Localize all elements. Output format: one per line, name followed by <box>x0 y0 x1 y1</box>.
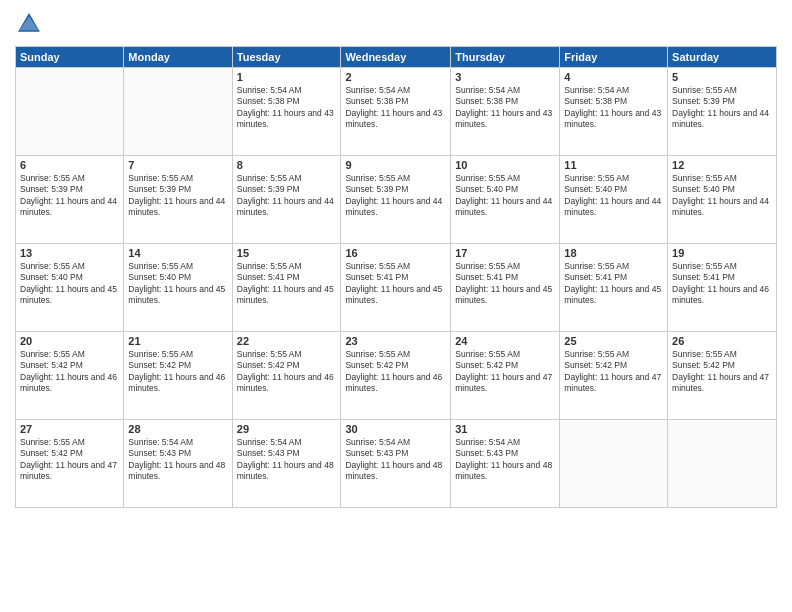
day-number: 5 <box>672 71 772 83</box>
day-number: 20 <box>20 335 119 347</box>
calendar-cell: 10Sunrise: 5:55 AM Sunset: 5:40 PM Dayli… <box>451 156 560 244</box>
day-number: 25 <box>564 335 663 347</box>
day-number: 21 <box>128 335 227 347</box>
calendar-cell: 4Sunrise: 5:54 AM Sunset: 5:38 PM Daylig… <box>560 68 668 156</box>
day-info: Sunrise: 5:55 AM Sunset: 5:42 PM Dayligh… <box>672 349 772 395</box>
calendar-cell <box>668 420 777 508</box>
calendar-cell: 8Sunrise: 5:55 AM Sunset: 5:39 PM Daylig… <box>232 156 341 244</box>
calendar-cell: 16Sunrise: 5:55 AM Sunset: 5:41 PM Dayli… <box>341 244 451 332</box>
calendar-cell: 6Sunrise: 5:55 AM Sunset: 5:39 PM Daylig… <box>16 156 124 244</box>
calendar-cell: 13Sunrise: 5:55 AM Sunset: 5:40 PM Dayli… <box>16 244 124 332</box>
day-number: 1 <box>237 71 337 83</box>
header <box>15 10 777 38</box>
day-info: Sunrise: 5:55 AM Sunset: 5:40 PM Dayligh… <box>564 173 663 219</box>
calendar-cell: 31Sunrise: 5:54 AM Sunset: 5:43 PM Dayli… <box>451 420 560 508</box>
day-info: Sunrise: 5:55 AM Sunset: 5:40 PM Dayligh… <box>20 261 119 307</box>
day-number: 14 <box>128 247 227 259</box>
calendar-cell: 5Sunrise: 5:55 AM Sunset: 5:39 PM Daylig… <box>668 68 777 156</box>
calendar-cell: 9Sunrise: 5:55 AM Sunset: 5:39 PM Daylig… <box>341 156 451 244</box>
day-number: 3 <box>455 71 555 83</box>
calendar-cell: 30Sunrise: 5:54 AM Sunset: 5:43 PM Dayli… <box>341 420 451 508</box>
day-info: Sunrise: 5:55 AM Sunset: 5:39 PM Dayligh… <box>128 173 227 219</box>
day-info: Sunrise: 5:55 AM Sunset: 5:40 PM Dayligh… <box>128 261 227 307</box>
calendar-cell: 11Sunrise: 5:55 AM Sunset: 5:40 PM Dayli… <box>560 156 668 244</box>
calendar-cell: 17Sunrise: 5:55 AM Sunset: 5:41 PM Dayli… <box>451 244 560 332</box>
day-number: 23 <box>345 335 446 347</box>
day-number: 6 <box>20 159 119 171</box>
day-info: Sunrise: 5:55 AM Sunset: 5:41 PM Dayligh… <box>345 261 446 307</box>
calendar-header-thursday: Thursday <box>451 47 560 68</box>
day-number: 9 <box>345 159 446 171</box>
calendar-cell: 7Sunrise: 5:55 AM Sunset: 5:39 PM Daylig… <box>124 156 232 244</box>
day-number: 17 <box>455 247 555 259</box>
calendar-cell: 23Sunrise: 5:55 AM Sunset: 5:42 PM Dayli… <box>341 332 451 420</box>
day-info: Sunrise: 5:55 AM Sunset: 5:42 PM Dayligh… <box>237 349 337 395</box>
calendar-week-1: 6Sunrise: 5:55 AM Sunset: 5:39 PM Daylig… <box>16 156 777 244</box>
calendar-week-2: 13Sunrise: 5:55 AM Sunset: 5:40 PM Dayli… <box>16 244 777 332</box>
calendar-cell: 19Sunrise: 5:55 AM Sunset: 5:41 PM Dayli… <box>668 244 777 332</box>
calendar-cell: 1Sunrise: 5:54 AM Sunset: 5:38 PM Daylig… <box>232 68 341 156</box>
day-info: Sunrise: 5:55 AM Sunset: 5:39 PM Dayligh… <box>345 173 446 219</box>
calendar-week-3: 20Sunrise: 5:55 AM Sunset: 5:42 PM Dayli… <box>16 332 777 420</box>
day-info: Sunrise: 5:55 AM Sunset: 5:40 PM Dayligh… <box>672 173 772 219</box>
day-number: 31 <box>455 423 555 435</box>
day-number: 24 <box>455 335 555 347</box>
day-info: Sunrise: 5:55 AM Sunset: 5:42 PM Dayligh… <box>20 349 119 395</box>
calendar-cell: 24Sunrise: 5:55 AM Sunset: 5:42 PM Dayli… <box>451 332 560 420</box>
calendar-cell: 26Sunrise: 5:55 AM Sunset: 5:42 PM Dayli… <box>668 332 777 420</box>
day-info: Sunrise: 5:55 AM Sunset: 5:42 PM Dayligh… <box>345 349 446 395</box>
day-info: Sunrise: 5:55 AM Sunset: 5:41 PM Dayligh… <box>455 261 555 307</box>
day-number: 27 <box>20 423 119 435</box>
logo <box>15 10 47 38</box>
day-number: 26 <box>672 335 772 347</box>
day-info: Sunrise: 5:55 AM Sunset: 5:39 PM Dayligh… <box>672 85 772 131</box>
day-info: Sunrise: 5:54 AM Sunset: 5:43 PM Dayligh… <box>237 437 337 483</box>
calendar-cell: 18Sunrise: 5:55 AM Sunset: 5:41 PM Dayli… <box>560 244 668 332</box>
day-number: 19 <box>672 247 772 259</box>
day-number: 13 <box>20 247 119 259</box>
calendar-cell <box>16 68 124 156</box>
day-info: Sunrise: 5:55 AM Sunset: 5:42 PM Dayligh… <box>564 349 663 395</box>
calendar-header-wednesday: Wednesday <box>341 47 451 68</box>
day-number: 16 <box>345 247 446 259</box>
calendar-cell: 22Sunrise: 5:55 AM Sunset: 5:42 PM Dayli… <box>232 332 341 420</box>
calendar: SundayMondayTuesdayWednesdayThursdayFrid… <box>15 46 777 508</box>
day-number: 28 <box>128 423 227 435</box>
day-info: Sunrise: 5:55 AM Sunset: 5:42 PM Dayligh… <box>128 349 227 395</box>
day-number: 4 <box>564 71 663 83</box>
calendar-cell: 12Sunrise: 5:55 AM Sunset: 5:40 PM Dayli… <box>668 156 777 244</box>
calendar-cell: 25Sunrise: 5:55 AM Sunset: 5:42 PM Dayli… <box>560 332 668 420</box>
day-info: Sunrise: 5:54 AM Sunset: 5:38 PM Dayligh… <box>345 85 446 131</box>
day-info: Sunrise: 5:55 AM Sunset: 5:42 PM Dayligh… <box>20 437 119 483</box>
calendar-cell <box>560 420 668 508</box>
day-number: 30 <box>345 423 446 435</box>
calendar-cell <box>124 68 232 156</box>
calendar-cell: 27Sunrise: 5:55 AM Sunset: 5:42 PM Dayli… <box>16 420 124 508</box>
day-info: Sunrise: 5:55 AM Sunset: 5:40 PM Dayligh… <box>455 173 555 219</box>
calendar-cell: 28Sunrise: 5:54 AM Sunset: 5:43 PM Dayli… <box>124 420 232 508</box>
calendar-header-monday: Monday <box>124 47 232 68</box>
calendar-cell: 21Sunrise: 5:55 AM Sunset: 5:42 PM Dayli… <box>124 332 232 420</box>
day-info: Sunrise: 5:54 AM Sunset: 5:43 PM Dayligh… <box>128 437 227 483</box>
day-info: Sunrise: 5:55 AM Sunset: 5:41 PM Dayligh… <box>672 261 772 307</box>
day-info: Sunrise: 5:54 AM Sunset: 5:43 PM Dayligh… <box>455 437 555 483</box>
day-info: Sunrise: 5:54 AM Sunset: 5:43 PM Dayligh… <box>345 437 446 483</box>
calendar-cell: 29Sunrise: 5:54 AM Sunset: 5:43 PM Dayli… <box>232 420 341 508</box>
calendar-cell: 15Sunrise: 5:55 AM Sunset: 5:41 PM Dayli… <box>232 244 341 332</box>
page: SundayMondayTuesdayWednesdayThursdayFrid… <box>0 0 792 612</box>
calendar-week-4: 27Sunrise: 5:55 AM Sunset: 5:42 PM Dayli… <box>16 420 777 508</box>
calendar-cell: 14Sunrise: 5:55 AM Sunset: 5:40 PM Dayli… <box>124 244 232 332</box>
day-number: 8 <box>237 159 337 171</box>
calendar-header-saturday: Saturday <box>668 47 777 68</box>
day-number: 15 <box>237 247 337 259</box>
day-number: 12 <box>672 159 772 171</box>
logo-icon <box>15 10 43 38</box>
calendar-cell: 20Sunrise: 5:55 AM Sunset: 5:42 PM Dayli… <box>16 332 124 420</box>
calendar-cell: 3Sunrise: 5:54 AM Sunset: 5:38 PM Daylig… <box>451 68 560 156</box>
day-info: Sunrise: 5:55 AM Sunset: 5:41 PM Dayligh… <box>564 261 663 307</box>
day-number: 2 <box>345 71 446 83</box>
calendar-header-tuesday: Tuesday <box>232 47 341 68</box>
calendar-header-row: SundayMondayTuesdayWednesdayThursdayFrid… <box>16 47 777 68</box>
day-number: 29 <box>237 423 337 435</box>
calendar-header-sunday: Sunday <box>16 47 124 68</box>
